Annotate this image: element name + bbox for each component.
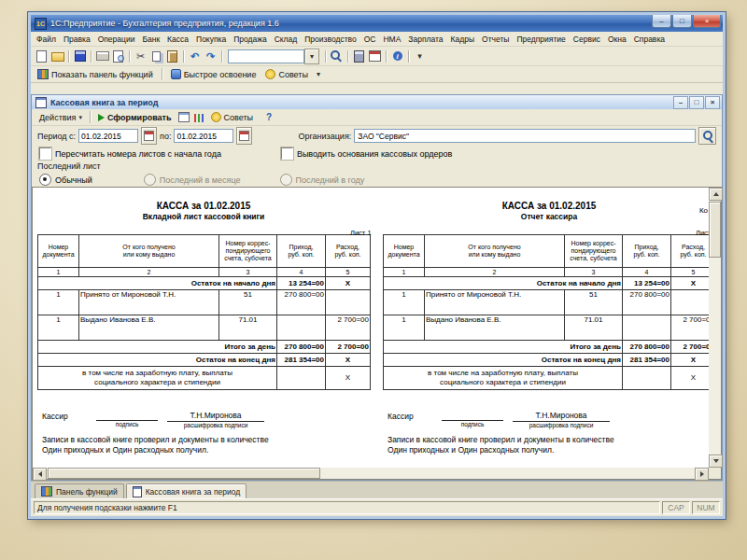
help-button[interactable]: ? (258, 110, 280, 124)
report-canvas[interactable]: КАССА за 01.02.2015Вкладной лист кассово… (33, 188, 709, 468)
menu-item-11[interactable]: НМА (379, 35, 404, 44)
menu-item-15[interactable]: Предприятие (513, 35, 569, 44)
filter-bar: Период с: по: Организация: (32, 126, 722, 146)
undo-icon[interactable] (187, 49, 203, 63)
horizontal-scrollbar[interactable] (33, 468, 709, 479)
menu-item-14[interactable]: Отчеты (478, 35, 513, 44)
maximize-button[interactable]: □ (672, 15, 692, 28)
menu-item-12[interactable]: Зарплата (404, 35, 446, 44)
copy-icon[interactable] (148, 49, 164, 63)
table-row: 1Выдано Иванова Е.В.71.012 700=00 (38, 315, 371, 341)
info-icon[interactable] (389, 49, 405, 63)
vertical-scrollbar[interactable] (709, 188, 721, 468)
menu-item-2[interactable]: Правка (60, 35, 94, 44)
child-maximize-button[interactable]: □ (689, 96, 704, 109)
show-function-panel-button[interactable]: Показать панель функций (34, 67, 157, 81)
scroll-down-icon[interactable] (709, 455, 723, 468)
calendar-icon[interactable] (367, 49, 383, 63)
table-row: 1Принято от Мироновой Т.Н.51270 800=00 (38, 290, 371, 315)
organization-search-icon[interactable] (698, 127, 716, 145)
report-settings-icon[interactable] (176, 110, 191, 124)
scroll-left-icon[interactable] (33, 468, 47, 481)
menu-item-9[interactable]: Производство (301, 35, 359, 44)
menu-item-6[interactable]: Покупка (192, 35, 230, 44)
amount-cell: X (326, 367, 371, 390)
menu-item-16[interactable]: Сервис (570, 35, 604, 44)
checkbox-icon[interactable] (281, 147, 293, 160)
radio-last-in-year[interactable]: Последний в году (280, 174, 365, 186)
column-number: 3 (219, 268, 277, 277)
calendar-icon[interactable] (141, 127, 157, 145)
chart-icon[interactable] (191, 110, 206, 124)
report-window-titlebar[interactable]: Кассовая книга за период – □ × (32, 95, 722, 109)
actions-menu-button[interactable]: Действия ▾ (35, 110, 87, 124)
menu-item-18[interactable]: Справка (630, 35, 669, 44)
menu-item-1[interactable]: Файл (33, 35, 60, 44)
num-lock-indicator: NUM (692, 501, 720, 514)
close-button[interactable]: × (693, 15, 721, 28)
table-row: Остаток на начало дня13 254=00X (384, 277, 710, 290)
save-icon[interactable] (72, 49, 88, 63)
quick-start-button[interactable]: Быстрое освоение (167, 67, 261, 81)
toolbar-overflow-icon[interactable]: ▾ (314, 70, 323, 78)
cash-sheet-right: КАССА за 01.02.2015Отчет кассираЛист 1Но… (382, 188, 709, 468)
checkbox-icon[interactable] (39, 147, 51, 160)
recalc-checkbox[interactable]: Пересчитать номера листов с начала года (39, 147, 221, 160)
cashier-signature-row: КассирподписьТ.Н.Мироноварасшифровка под… (42, 411, 365, 429)
menu-item-8[interactable]: Склад (271, 35, 302, 44)
titlebar[interactable]: 1С 1С:Предприятие - Бухгалтерия предприя… (31, 15, 723, 32)
radio-month-label[interactable]: Последний в месяце (160, 175, 241, 185)
scroll-up-icon[interactable] (709, 188, 723, 201)
show-basis-checkbox[interactable]: Выводить основания кассовых ордеров (281, 147, 452, 160)
open-icon[interactable] (49, 49, 65, 63)
toolbar-separator (183, 50, 184, 63)
print-preview-icon[interactable] (110, 49, 126, 63)
horizontal-scroll-thumb[interactable] (48, 468, 320, 479)
radio-icon[interactable] (144, 174, 156, 186)
menu-item-7[interactable]: Продажа (230, 35, 270, 44)
report-tips-button[interactable]: Советы (206, 110, 258, 124)
radio-icon[interactable] (280, 174, 292, 186)
sheet-title: КАССА за 01.02.2015 (382, 201, 709, 211)
signature-name-block: Т.Н.Мироноварасшифровка подписи (513, 411, 610, 429)
calculator-icon[interactable] (351, 49, 367, 63)
menu-item-17[interactable]: Окна (604, 35, 630, 44)
organization-input[interactable] (354, 129, 696, 143)
tab-cashbook[interactable]: Кассовая книга за период (126, 483, 247, 498)
scroll-right-icon[interactable] (695, 468, 709, 481)
radio-year-label[interactable]: Последний в году (296, 175, 365, 185)
menu-item-4[interactable]: Банк (138, 35, 163, 44)
period-to-input[interactable] (174, 129, 233, 143)
minimize-button[interactable]: – (652, 15, 671, 28)
chevron-down-icon[interactable]: ▾ (304, 49, 319, 64)
menu-item-10[interactable]: ОС (360, 35, 380, 44)
amount-cell (277, 367, 326, 390)
cut-icon[interactable] (133, 49, 148, 63)
calendar-icon[interactable] (236, 127, 252, 145)
menu-item-5[interactable]: Касса (163, 35, 192, 44)
menu-item-3[interactable]: Операции (94, 35, 139, 44)
show-basis-checkbox-label[interactable]: Выводить основания кассовых ордеров (297, 149, 452, 159)
tab-function-panel[interactable]: Панель функций (35, 483, 124, 498)
tips-button[interactable]: Советы (261, 67, 311, 81)
redo-icon[interactable] (203, 49, 218, 63)
quick-start-icon (171, 69, 181, 79)
radio-icon[interactable] (39, 174, 51, 186)
child-close-button[interactable]: × (705, 96, 720, 109)
paste-icon[interactable] (164, 49, 180, 63)
recalc-checkbox-label[interactable]: Пересчитать номера листов с начала года (55, 149, 221, 159)
toolbar-separator (90, 111, 91, 123)
radio-last-in-month[interactable]: Последний в месяце (144, 174, 241, 186)
child-minimize-button[interactable]: – (673, 96, 688, 109)
menu-item-13[interactable]: Кадры (447, 35, 478, 44)
radio-normal[interactable]: Обычный (39, 174, 92, 186)
radio-normal-label[interactable]: Обычный (55, 175, 92, 185)
vertical-scroll-thumb[interactable] (709, 202, 721, 258)
chevron-down-icon[interactable] (412, 49, 428, 63)
new-document-icon[interactable] (34, 49, 49, 63)
find-icon[interactable] (329, 49, 345, 63)
toolbar-search-combo[interactable]: ▾ (228, 49, 319, 64)
print-icon[interactable] (94, 49, 110, 63)
generate-button[interactable]: Сформировать (93, 110, 176, 124)
period-from-input[interactable] (78, 129, 138, 143)
